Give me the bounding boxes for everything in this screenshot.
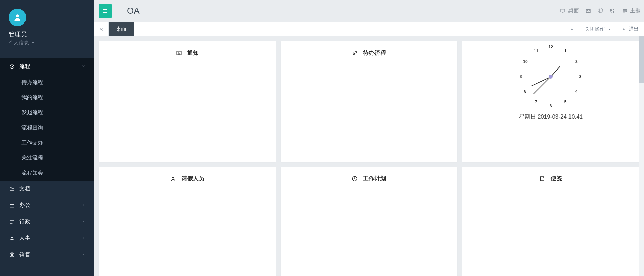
- menu-group-sales: 销售: [0, 246, 94, 263]
- card-todo-flow: 待办流程: [281, 41, 458, 162]
- menu-head-doc[interactable]: 文档: [0, 181, 94, 197]
- clock-number: 5: [564, 100, 567, 104]
- menu-group-admin: 行政: [0, 214, 94, 230]
- gear-icon[interactable]: [598, 8, 603, 14]
- analog-clock: 123456789101112: [517, 43, 584, 110]
- clock-number: 3: [579, 74, 582, 79]
- card-work-plan: 工作计划: [281, 167, 458, 276]
- menu-group-hr: 人事: [0, 230, 94, 246]
- topbar: OA 桌面 主题: [94, 0, 644, 22]
- clock-number: 2: [575, 59, 578, 64]
- card-clock: 123456789101112 星期日 2019-03-24 10:41: [462, 41, 639, 162]
- svg-rect-6: [623, 9, 627, 10]
- sidebar-item-my-flow[interactable]: 我的流程: [0, 90, 94, 105]
- note-icon: [539, 176, 545, 182]
- clock-number: 10: [523, 59, 527, 64]
- svg-rect-7: [623, 11, 627, 12]
- clock-knob: [549, 75, 553, 79]
- tab-close-ops[interactable]: 关闭操作: [579, 22, 616, 36]
- chevron-left-icon: [82, 252, 85, 257]
- chevron-left-icon: [82, 203, 85, 208]
- svg-rect-8: [623, 12, 625, 13]
- check-circle-icon: [9, 64, 15, 70]
- tab-scroll-prev[interactable]: [94, 22, 109, 36]
- clock-minute-hand: [531, 77, 551, 86]
- hamburger-icon: [102, 8, 108, 14]
- mail-icon[interactable]: [586, 8, 591, 14]
- menu-group-flow: 流程 待办流程 我的流程 发起流程 流程查询 工作交办 关注流程 流程知会: [0, 58, 94, 181]
- logout-icon: [622, 27, 627, 32]
- menu-head-flow[interactable]: 流程: [0, 58, 94, 75]
- clock-second-hand: [534, 77, 551, 94]
- menu-head-hr[interactable]: 人事: [0, 230, 94, 246]
- svg-rect-2: [10, 204, 14, 207]
- sidebar: 管理员 个人信息 流程 待办流程 我的流: [0, 0, 94, 276]
- leaf-icon: [352, 50, 358, 56]
- sidebar-item-follow-flow[interactable]: 关注流程: [0, 150, 94, 166]
- monitor-icon: [560, 8, 565, 14]
- chevron-left-icon: [82, 220, 85, 224]
- sidebar-item-query-flow[interactable]: 流程查询: [0, 120, 94, 135]
- menu-head-sales[interactable]: 销售: [0, 246, 94, 263]
- double-chevron-right-icon: [570, 27, 573, 32]
- svg-point-1: [10, 65, 14, 69]
- card-leave-person: 请假人员: [99, 167, 276, 276]
- topbar-right: 桌面 主题: [560, 7, 641, 14]
- user-info-dropdown[interactable]: 个人信息: [9, 40, 94, 46]
- clock-icon: [352, 176, 358, 182]
- menu-sub-flow: 待办流程 我的流程 发起流程 流程查询 工作交办 关注流程 流程知会: [0, 75, 94, 181]
- globe-icon: [9, 252, 15, 258]
- sidebar-item-assign-work[interactable]: 工作交办: [0, 135, 94, 150]
- news-icon: [176, 50, 182, 56]
- double-chevron-left-icon: [99, 27, 104, 32]
- svg-point-0: [16, 14, 19, 17]
- avatar[interactable]: [9, 9, 26, 26]
- topbar-desktop[interactable]: 桌面: [560, 7, 579, 14]
- clock-number: 4: [575, 89, 578, 94]
- clock-number: 11: [534, 49, 538, 53]
- menu-group-doc: 文档: [0, 181, 94, 197]
- clock-number: 12: [548, 45, 553, 49]
- clock-number: 8: [524, 89, 527, 94]
- menu-head-admin[interactable]: 行政: [0, 214, 94, 230]
- tab-logout[interactable]: 退出: [616, 22, 644, 36]
- clock-number: 9: [520, 74, 523, 79]
- tab-desktop[interactable]: 桌面: [109, 22, 134, 36]
- sidebar-item-notify-flow[interactable]: 流程知会: [0, 166, 94, 181]
- clock-number: 6: [550, 104, 552, 108]
- scrollbar-thumb[interactable]: [639, 36, 644, 83]
- tab-scroll-next[interactable]: [564, 22, 579, 36]
- sidebar-menu: 流程 待办流程 我的流程 发起流程 流程查询 工作交办 关注流程 流程知会: [0, 58, 94, 263]
- brand-title: OA: [127, 6, 140, 16]
- briefcase-icon: [9, 203, 15, 208]
- person-icon: [9, 236, 15, 241]
- svg-rect-12: [541, 177, 544, 181]
- svg-point-10: [172, 177, 174, 178]
- user-name: 管理员: [9, 30, 94, 38]
- sidebar-item-start-flow[interactable]: 发起流程: [0, 105, 94, 120]
- clock-number: 7: [535, 100, 537, 104]
- sidebar-item-todo-flow[interactable]: 待办流程: [0, 75, 94, 90]
- main-area: OA 桌面 主题 桌面: [94, 0, 644, 276]
- card-note: 便笺: [462, 167, 639, 276]
- card-notice: 通知: [99, 41, 276, 162]
- clock-number: 1: [564, 49, 567, 53]
- divider: [0, 55, 94, 55]
- svg-rect-5: [561, 9, 565, 12]
- scrollbar[interactable]: [639, 36, 644, 276]
- person-pin-icon: [170, 176, 176, 182]
- list-icon: [9, 219, 15, 225]
- svg-point-3: [11, 236, 13, 238]
- folder-icon: [9, 186, 15, 192]
- menu-toggle-button[interactable]: [99, 4, 112, 18]
- menu-head-office[interactable]: 办公: [0, 197, 94, 214]
- chevron-left-icon: [82, 236, 85, 241]
- chevron-down-icon: [81, 64, 85, 69]
- menu-group-office: 办公: [0, 197, 94, 214]
- refresh-icon[interactable]: [610, 8, 615, 14]
- dashboard-content: 通知 待办流程 123456789101112 星期日: [94, 36, 644, 276]
- tab-row: 桌面 关闭操作 退出: [94, 22, 644, 36]
- topbar-theme[interactable]: 主题: [622, 7, 641, 14]
- user-icon: [13, 13, 22, 22]
- palette-icon: [622, 8, 627, 14]
